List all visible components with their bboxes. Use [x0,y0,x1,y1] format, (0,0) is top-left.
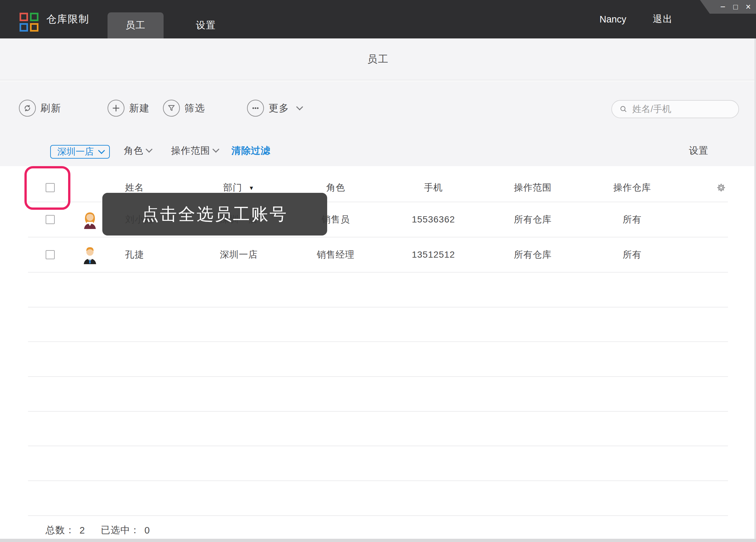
cell-warehouse: 所有 [583,249,681,261]
select-all-checkbox[interactable] [46,183,55,192]
column-header-scope[interactable]: 操作范围 [482,182,583,194]
new-button[interactable]: 新建 [108,81,150,135]
minimize-button[interactable]: − [720,3,726,11]
sort-descending-icon: ▼ [249,185,254,192]
filter-settings-link[interactable]: 设置 [689,135,708,166]
grid-square-green [30,13,38,21]
cell-scope: 所有仓库 [482,249,583,261]
department-header-label: 部门 [223,183,242,193]
empty-row [28,307,728,342]
window-controls: − □ × [700,0,756,14]
funnel-icon [163,100,180,117]
window-bottom-edge [0,539,756,542]
new-label: 新建 [129,102,150,115]
coachmark-tooltip: 点击全选员工账号 [102,193,327,236]
ellipsis-icon [247,100,264,117]
column-header-department[interactable]: 部门▼ [191,182,287,194]
male-avatar-icon [82,245,98,264]
refresh-label: 刷新 [40,102,61,115]
current-user[interactable]: Nancy [600,0,626,38]
cell-scope: 所有仓库 [482,213,583,226]
column-header-role[interactable]: 角色 [287,182,385,194]
clear-filter-link[interactable]: 清除过滤 [231,135,270,166]
selected-label: 已选中： [101,524,140,537]
cell-phone: 13512512 [385,250,482,260]
scope-filter-dropdown[interactable]: 操作范围 [171,135,218,166]
empty-row [28,412,728,447]
table-footer: 总数： 2 已选中： 0 [46,524,161,537]
store-filter-label: 深圳一店 [57,146,94,158]
store-filter-dropdown[interactable]: 深圳一店 [50,145,110,159]
maximize-button[interactable]: □ [733,3,738,11]
chevron-down-icon [98,147,105,154]
more-button[interactable]: 更多 [247,81,302,135]
avatar [64,210,103,229]
cell-department: 深圳一店 [191,249,287,261]
toolbar: 刷新 新建 筛选 更多 [0,81,756,135]
filter-label: 筛选 [184,102,205,115]
column-header-name[interactable]: 姓名 [103,182,191,194]
plus-icon [108,100,124,117]
scope-filter-label: 操作范围 [171,144,210,157]
chevron-down-icon [212,146,219,153]
filter-bar: 深圳一店 角色 操作范围 清除过滤 设置 [0,135,756,166]
role-filter-dropdown[interactable]: 角色 [124,135,152,166]
row-checkbox[interactable] [46,215,55,224]
empty-row [28,377,728,412]
app-grid-icon[interactable] [20,13,40,32]
cell-warehouse: 所有 [583,213,681,226]
window-right-edge [754,38,756,539]
chevron-down-icon [296,103,303,110]
column-header-warehouse[interactable]: 操作仓库 [583,182,681,194]
filter-button[interactable]: 筛选 [163,81,205,135]
empty-row [28,481,728,516]
empty-row [28,446,728,481]
app-title: 仓库限制 [46,0,89,38]
cell-phone: 15536362 [385,214,482,225]
total-count: 2 [80,525,85,536]
cell-name: 孔捷 [103,249,191,261]
grid-square-orange [30,23,38,32]
selected-count: 0 [144,525,150,536]
cell-role: 销售经理 [287,249,385,261]
column-header-phone[interactable]: 手机 [385,182,482,194]
empty-row [28,342,728,377]
refresh-icon [19,100,36,117]
logout-button[interactable]: 退出 [653,0,673,38]
row-checkbox[interactable] [46,250,55,259]
role-filter-label: 角色 [124,144,143,157]
search-input[interactable] [632,104,735,114]
empty-row [28,272,728,307]
app-window: − □ × 仓库限制 员工 设置 Nancy 退出 员工 [0,0,756,542]
tab-staff[interactable]: 员工 [108,12,164,38]
grid-square-blue [20,23,28,32]
page-title: 员工 [367,52,389,66]
column-settings-gear-icon[interactable] [716,182,727,193]
title-band: 员工 [0,38,756,81]
search-icon [619,104,628,114]
avatar [64,245,103,264]
grid-square-red [20,13,28,21]
close-button[interactable]: × [746,3,751,11]
female-avatar-icon [82,210,98,229]
refresh-button[interactable]: 刷新 [19,81,61,135]
table-row[interactable]: 孔捷 深圳一店 销售经理 13512512 所有仓库 所有 [28,238,728,272]
chevron-down-icon [146,146,153,153]
total-label: 总数： [46,524,75,537]
navbar: − □ × 仓库限制 员工 设置 Nancy 退出 [0,0,756,38]
more-label: 更多 [269,102,289,115]
tab-settings[interactable]: 设置 [178,12,234,38]
search-box[interactable] [611,100,739,118]
